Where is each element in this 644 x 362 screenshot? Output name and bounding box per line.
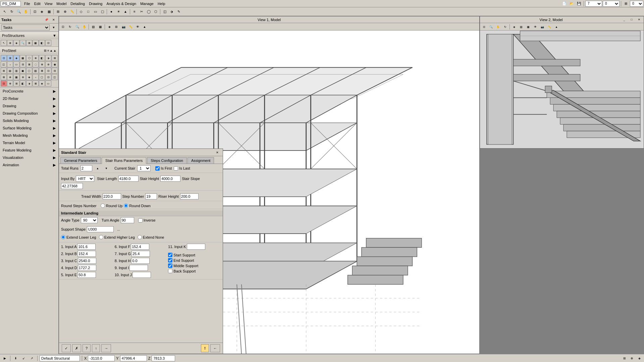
ps-tool-14[interactable]: ⊠ — [26, 61, 32, 67]
ps-tool-26[interactable]: ⊡ — [45, 68, 51, 74]
ps-tool-11[interactable]: ⬦ — [7, 61, 13, 67]
sidebar-item-feature[interactable]: Feature Modeling ▶ — [0, 146, 58, 154]
menu-drawing[interactable]: Drawing — [87, 1, 104, 6]
render-btn[interactable]: ▲ — [122, 8, 129, 15]
v1-shading-btn[interactable]: ▧ — [90, 23, 97, 30]
menu-analysis[interactable]: Analysis & Design — [105, 1, 139, 6]
ps-tool-35[interactable]: ⊡ — [45, 74, 51, 80]
zoom-btn[interactable]: 🔍 — [15, 8, 22, 15]
ps-tool-22[interactable]: ▣ — [20, 68, 26, 74]
dim-btn[interactable]: ◫ — [161, 8, 168, 15]
section-prosteel-header[interactable]: ProSteel ⊞ ≡ ▲ ▲ — [0, 47, 58, 54]
tab-general[interactable]: General Parameters — [60, 157, 101, 164]
dialog-back-btn[interactable]: ← — [210, 344, 220, 352]
new-btn[interactable]: 📄 — [561, 0, 568, 7]
input-f[interactable] — [131, 244, 149, 250]
v2-btn1[interactable]: ⊡ — [481, 23, 487, 30]
tool-8[interactable]: ⊡ — [45, 40, 51, 46]
tasks-close-btn[interactable]: ✕ — [50, 17, 57, 22]
save-btn[interactable]: 💾 — [576, 0, 582, 7]
menu-detailing[interactable]: Detailing — [68, 1, 87, 6]
v2-max-btn[interactable]: □ — [628, 17, 635, 22]
ps-tool-12[interactable]: ▭ — [13, 61, 19, 67]
round-up-radio[interactable] — [101, 203, 105, 208]
tool-4[interactable]: 🔍 — [20, 40, 26, 46]
dialog-warning-btn[interactable]: ! — [201, 344, 209, 352]
ps-tool-7[interactable]: ◧ — [39, 55, 45, 61]
tasks-pin-btn[interactable]: 📌 — [43, 17, 50, 22]
dialog-cancel-btn[interactable]: ✗ — [72, 344, 81, 352]
dialog-ok-btn[interactable]: ✓ — [62, 344, 71, 352]
front-btn[interactable]: □ — [85, 8, 92, 15]
v2-btn2[interactable]: 🔍 — [488, 23, 494, 30]
v2-btn4[interactable]: ↻ — [502, 23, 508, 30]
grid-btn[interactable]: ⊞ — [55, 8, 61, 15]
extend-none-radio[interactable] — [138, 235, 142, 239]
measure-btn[interactable]: 📏 — [69, 8, 75, 15]
dialog-next-btn[interactable]: → — [101, 344, 111, 352]
fit-btn[interactable]: ⊡ — [32, 8, 38, 15]
v1-camera-btn[interactable]: 📷 — [120, 23, 127, 30]
view3d-btn[interactable]: ◈ — [39, 8, 45, 15]
start-support-cb[interactable] — [168, 253, 172, 257]
menu-file[interactable]: File — [22, 1, 32, 6]
sidebar-item-2drebar[interactable]: 2D Rebar ▶ — [0, 95, 58, 102]
sidebar-item-drawing[interactable]: Drawing ▶ — [0, 102, 58, 110]
undo-dropdown[interactable]: 7 — [585, 1, 602, 7]
ps-tool-r8[interactable]: ▭ — [45, 80, 51, 86]
top-btn[interactable]: ▢ — [99, 8, 106, 15]
stair-slope-input[interactable] — [61, 183, 83, 189]
ps-tool-33[interactable]: ⬦ — [33, 74, 39, 80]
v2-cam-btn[interactable]: 📷 — [539, 23, 546, 30]
status-btn4[interactable]: ↗ — [29, 355, 35, 362]
input-h[interactable] — [131, 258, 150, 264]
tool-6[interactable]: ▦ — [33, 40, 39, 46]
v1-wire-btn[interactable]: ▦ — [97, 23, 104, 30]
input-d[interactable] — [78, 265, 96, 271]
sidebar-item-visualization[interactable]: Visualization ▶ — [0, 154, 58, 161]
v2-shade-btn[interactable]: ▧ — [518, 23, 525, 30]
ps-tool-24[interactable]: ▧ — [33, 68, 39, 74]
v1-zoom-btn[interactable]: 🔍 — [74, 23, 80, 30]
tab-steps[interactable]: Steps Configuration — [147, 157, 187, 164]
snap-btn[interactable]: ⊞ — [623, 0, 629, 7]
input-g[interactable] — [131, 251, 150, 257]
step-number-input[interactable] — [145, 193, 157, 199]
ps-tool-8[interactable]: ⬗ — [45, 55, 51, 61]
ps-tool-1[interactable]: ⊡ — [1, 55, 7, 61]
ps-tool-36[interactable]: ◫ — [52, 74, 58, 80]
iso-btn[interactable]: ◇ — [78, 8, 85, 15]
input-e[interactable] — [77, 272, 96, 278]
end-support-cb[interactable] — [168, 258, 172, 262]
support-shape-browse[interactable]: ... — [115, 226, 122, 232]
menu-help[interactable]: Help — [156, 1, 167, 6]
ps-tool-6[interactable]: ⊕ — [33, 55, 39, 61]
input-c[interactable] — [78, 258, 96, 264]
isolate-btn[interactable]: ⬡ — [152, 8, 159, 15]
wireframe-btn[interactable]: ▦ — [46, 8, 52, 15]
v1-fit-btn[interactable]: ⊡ — [60, 23, 66, 30]
prosteel-list-icon[interactable]: ≡ — [47, 49, 49, 52]
tool-7[interactable]: ◧ — [39, 40, 45, 46]
turn-angle-input[interactable] — [121, 217, 134, 223]
ps-tool-28[interactable]: ⊞ — [1, 74, 7, 80]
dialog-prev-btn[interactable]: ↑ — [92, 344, 100, 352]
tasks-expand-btn[interactable]: ▼ — [50, 24, 57, 31]
ps-tool-15[interactable]: ◌ — [33, 61, 39, 67]
section-prostructures-header[interactable]: ProStructures ▼ — [0, 32, 58, 39]
v1-rotate-btn[interactable]: ↻ — [67, 23, 73, 30]
ps-tool-16[interactable]: ⊕ — [39, 61, 45, 67]
total-runs-up[interactable]: ▲ — [94, 166, 101, 171]
ps-tool-31[interactable]: ⊛ — [20, 74, 26, 80]
v1-iso-btn[interactable]: ◈ — [106, 23, 113, 30]
v2-fit-btn[interactable]: ◈ — [511, 23, 518, 30]
snap2-btn[interactable]: ⊕ — [62, 8, 68, 15]
total-runs-down[interactable]: ▼ — [103, 166, 110, 171]
ps-tool-21[interactable]: ▥ — [13, 68, 19, 74]
input-a[interactable] — [77, 244, 96, 250]
pan-btn[interactable]: ✋ — [22, 8, 29, 15]
side-btn[interactable]: ▭ — [92, 8, 99, 15]
input-by-select[interactable]: HRT — [76, 176, 94, 182]
v2-meas-btn[interactable]: 📏 — [546, 23, 553, 30]
ps-tool-r2[interactable]: ⊕ — [7, 80, 13, 86]
